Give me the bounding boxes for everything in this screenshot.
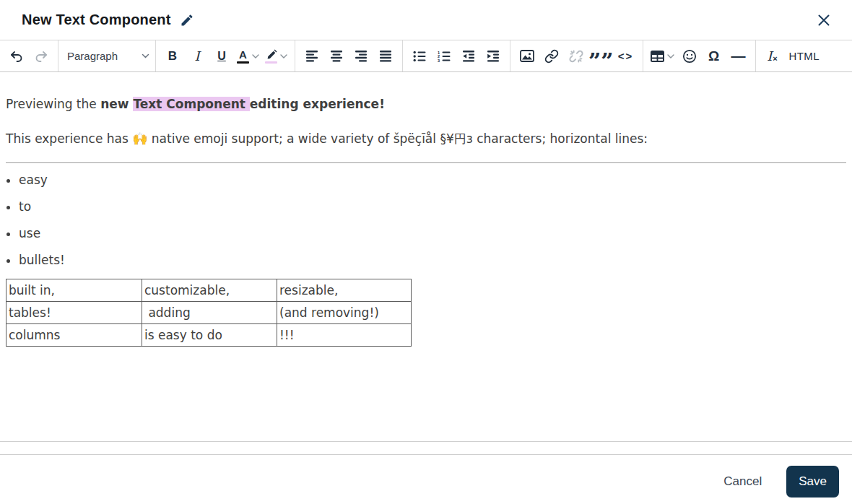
paragraph-style-label: Paragraph — [67, 50, 118, 62]
highlight-color-button[interactable] — [262, 44, 290, 69]
redo-button[interactable] — [29, 44, 53, 69]
code-icon: <> — [618, 50, 634, 62]
table-row: columns is easy to do !!! — [6, 324, 412, 347]
align-justify-icon — [379, 50, 392, 62]
clear-formatting-icon: I× — [767, 48, 778, 64]
pencil-icon — [180, 13, 194, 27]
outdent-button[interactable] — [456, 44, 481, 69]
unlink-icon — [569, 49, 583, 64]
text-component-modal: New Text Component — [0, 0, 852, 504]
image-icon — [520, 50, 534, 62]
toolbar-group-format: B I U A — [156, 40, 295, 71]
table-cell: tables! — [6, 302, 142, 324]
list-item: use — [19, 225, 846, 243]
page-title: New Text Component — [22, 12, 171, 28]
outdent-icon — [462, 50, 475, 62]
code-button[interactable]: <> — [614, 44, 638, 69]
horizontal-rule-icon: — — [731, 48, 746, 64]
paragraph-intro: Previewing the new Text Component editin… — [6, 95, 846, 113]
insert-image-button[interactable] — [515, 44, 539, 69]
chevron-down-icon — [667, 54, 674, 58]
table-cell: (and removing!) — [277, 302, 412, 324]
align-center-icon — [330, 50, 343, 62]
bullet-list-button[interactable] — [407, 44, 432, 69]
list-item: easy — [19, 171, 846, 189]
table-icon — [651, 51, 664, 62]
bullet-list-icon — [413, 51, 426, 62]
table-cell: adding — [142, 302, 277, 324]
footer-gap — [0, 442, 852, 454]
emoji-smiley-icon — [682, 49, 697, 64]
special-character-button[interactable]: Ω — [702, 44, 726, 69]
table-cell: !!! — [277, 324, 412, 347]
align-right-icon — [355, 50, 368, 62]
indent-icon — [487, 50, 500, 62]
edit-title-button[interactable] — [180, 13, 194, 27]
html-view-label: HTML — [785, 50, 824, 62]
bold-button[interactable]: B — [160, 44, 185, 69]
align-justify-button[interactable] — [373, 44, 398, 69]
undo-icon — [9, 50, 24, 63]
content-horizontal-rule — [6, 162, 846, 163]
list-item: bullets! — [19, 251, 846, 269]
align-right-button[interactable] — [349, 44, 373, 69]
table-cell: is easy to do — [142, 324, 277, 347]
italic-icon: I — [194, 48, 199, 64]
horizontal-rule-button[interactable]: — — [726, 44, 751, 69]
close-button[interactable] — [814, 11, 833, 30]
cancel-button[interactable]: Cancel — [723, 474, 762, 489]
bold-icon: B — [168, 49, 177, 64]
numbered-list-button[interactable]: 123 — [432, 44, 456, 69]
modal-header: New Text Component — [0, 0, 852, 40]
blockquote-icon: ”” — [588, 48, 614, 65]
underline-icon: U — [217, 50, 226, 63]
table-row: built in, customizable, resizable, — [6, 279, 412, 302]
highlighted-text: Text Component — [133, 97, 249, 111]
insert-table-button[interactable] — [648, 44, 677, 69]
chevron-down-icon — [142, 53, 149, 58]
html-view-button[interactable]: HTML — [785, 44, 824, 69]
emoji-button[interactable] — [677, 44, 702, 69]
align-center-button[interactable] — [324, 44, 349, 69]
indent-button[interactable] — [481, 44, 505, 69]
chevron-down-icon — [280, 54, 287, 58]
insert-link-button[interactable] — [539, 44, 564, 69]
paragraph-features: This experience has 🙌 native emoji suppo… — [6, 130, 846, 148]
editor-toolbar: Paragraph B I U A — [0, 40, 852, 72]
toolbar-group-history — [0, 40, 58, 71]
editor-content-area[interactable]: Previewing the new Text Component editin… — [0, 72, 852, 442]
save-button[interactable]: Save — [786, 466, 839, 498]
align-left-button[interactable] — [300, 44, 324, 69]
underline-button[interactable]: U — [209, 44, 234, 69]
align-left-icon — [305, 50, 318, 62]
clear-formatting-button[interactable]: I× — [760, 44, 785, 69]
list-item: to — [19, 198, 846, 216]
toolbar-group-style: Paragraph — [58, 40, 155, 71]
link-icon — [544, 49, 559, 64]
undo-button[interactable] — [4, 44, 29, 69]
text-color-button[interactable]: A — [234, 44, 262, 69]
table-cell: built in, — [6, 279, 142, 302]
remove-link-button[interactable] — [564, 44, 588, 69]
modal-footer: Cancel Save — [0, 454, 852, 504]
chevron-down-icon — [252, 54, 259, 58]
table-cell: resizable, — [277, 279, 412, 302]
numbered-list-icon: 123 — [438, 51, 451, 62]
table-cell: columns — [6, 324, 142, 347]
toolbar-group-lists: 123 — [403, 40, 510, 71]
paragraph-style-dropdown[interactable]: Paragraph — [63, 44, 151, 69]
svg-text:3: 3 — [438, 58, 440, 61]
omega-icon: Ω — [708, 48, 719, 64]
redo-icon — [34, 50, 48, 63]
close-icon — [817, 14, 830, 27]
highlighter-icon — [265, 49, 277, 64]
toolbar-group-align — [295, 40, 402, 71]
toolbar-group-insert: ”” <> — [510, 40, 643, 71]
bullet-list: easy to use bullets! — [6, 171, 846, 269]
table-row: tables! adding (and removing!) — [6, 302, 412, 324]
italic-button[interactable]: I — [185, 44, 209, 69]
blockquote-button[interactable]: ”” — [588, 44, 614, 69]
toolbar-group-misc: I× HTML — [756, 40, 828, 71]
content-table: built in, customizable, resizable, table… — [6, 279, 412, 347]
table-cell: customizable, — [142, 279, 277, 302]
